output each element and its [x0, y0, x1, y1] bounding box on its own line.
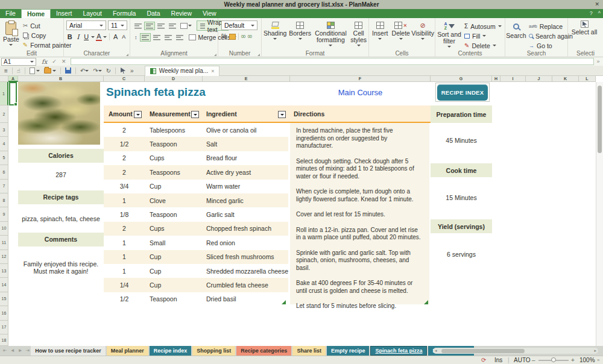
selected-cell-a1[interactable] — [9, 82, 17, 105]
document-tab-close-icon[interactable]: × — [211, 68, 214, 74]
menu-home[interactable]: Home — [21, 9, 51, 18]
sheet-tab-empty-recipe[interactable]: Empty recipe — [327, 346, 370, 356]
header-ingredient[interactable]: Ingredient — [203, 105, 290, 123]
vertical-scrollbar[interactable] — [596, 82, 603, 346]
percent-format-button[interactable]: % — [221, 33, 227, 40]
delete-cells-button[interactable]: ✕ Delete — [391, 20, 411, 40]
ingredient-row[interactable]: 1/2TeaspoonDried basil — [104, 292, 288, 306]
sort-filter-button[interactable]: AZ Sort and filter — [437, 20, 461, 50]
visibility-button[interactable]: ⊘ Visibility — [412, 20, 434, 40]
last-sheet-icon[interactable]: ⇥ — [26, 346, 30, 356]
number-format-select[interactable]: Default — [221, 20, 257, 30]
text-rotation-button[interactable]: ↕ — [133, 33, 139, 42]
undo-icon[interactable]: ↶ — [80, 66, 85, 76]
prep-time-value[interactable]: 45 Minutes — [431, 137, 492, 144]
row-header-12[interactable]: 12 — [0, 250, 8, 264]
search-again-button[interactable]: Search again — [529, 31, 573, 40]
row-header-2[interactable]: 2 — [0, 105, 8, 123]
column-header-a[interactable]: A — [8, 76, 18, 82]
ingredient-row[interactable]: 1/4CupCrumbled feta cheese — [104, 278, 288, 292]
zoom-level[interactable]: 100% — [579, 356, 595, 364]
recipe-tags-header[interactable]: Recipe tags — [18, 190, 104, 204]
sheet-tab-shopping-list[interactable]: Shopping list — [192, 346, 235, 356]
ingredient-row[interactable]: 2TablespoonsOlive or canola oil — [104, 123, 288, 137]
column-header-j[interactable]: J — [526, 76, 552, 82]
shading-button[interactable]: Shading — [263, 20, 287, 46]
sidebar-toggle-icon[interactable]: ≡ — [4, 66, 8, 76]
prev-sheet-icon[interactable]: ◄ — [10, 346, 15, 356]
column-header-k[interactable]: K — [552, 76, 579, 82]
document-tab[interactable]: Weekly meal pla... × — [145, 66, 220, 76]
ingredient-row[interactable]: 1CupShredded mozzarella cheese — [104, 264, 288, 278]
paste-button[interactable]: Paste — [3, 20, 19, 49]
borders-button[interactable]: Borders — [288, 20, 311, 46]
row-header-1[interactable]: 1 — [0, 82, 8, 105]
row-header-11[interactable]: 11 — [0, 236, 8, 249]
menu-view[interactable]: View — [197, 9, 222, 18]
row-header-9[interactable]: 9 — [0, 207, 8, 221]
ingredient-row[interactable]: 1/2TeaspoonSalt — [104, 137, 288, 151]
redo-icon[interactable]: ↷ — [93, 66, 98, 76]
align-top-button[interactable] — [133, 22, 144, 30]
recipe-category[interactable]: Main Course — [290, 88, 431, 97]
menu-file[interactable]: File — [0, 9, 21, 18]
next-sheet-icon[interactable]: ► — [18, 346, 23, 356]
character-dialog-launcher[interactable] — [126, 54, 128, 56]
column-header-h[interactable]: H — [492, 76, 500, 82]
row-header-5[interactable]: 5 — [0, 151, 8, 165]
sheet-tab-recipe-categories[interactable]: Recipe categories — [236, 346, 291, 356]
cell-name-box[interactable]: A1 — [1, 58, 36, 66]
cell-border-button[interactable] — [178, 22, 194, 30]
save-icon[interactable] — [65, 67, 71, 74]
font-name-select[interactable]: Arial — [66, 20, 106, 30]
calc-mode-indicator[interactable]: AUTO — [514, 356, 531, 364]
amount-filter-button[interactable] — [134, 111, 142, 118]
sheet-tab-recipe-index[interactable]: Recipe index — [150, 346, 192, 356]
column-header-i[interactable]: I — [500, 76, 526, 82]
sheet-tab-meal-planner[interactable]: Meal planner — [107, 346, 148, 356]
row-header-8[interactable]: 8 — [0, 193, 8, 207]
menu-formula[interactable]: Formula — [107, 9, 142, 18]
horizontal-scrollbar-thumb[interactable] — [441, 349, 525, 353]
calories-value[interactable]: 287 — [18, 171, 104, 178]
vertical-scrollbar-thumb[interactable] — [598, 86, 602, 153]
zoom-out-button[interactable]: – — [532, 356, 535, 364]
new-document-icon[interactable] — [30, 67, 35, 74]
cancel-entry-icon[interactable]: ✕ — [62, 58, 66, 64]
row-header-18[interactable]: 18 — [0, 334, 8, 346]
column-header-c[interactable]: C — [104, 76, 145, 82]
recipe-index-button[interactable]: RECIPE INDEX — [437, 84, 488, 101]
conditional-formatting-button[interactable]: Conditional formatting — [313, 20, 349, 46]
sheet-tab-share-list[interactable]: Share list — [292, 346, 326, 356]
select-all-button[interactable]: Select all — [568, 18, 601, 36]
hscroll-left-icon[interactable]: ◂ — [435, 348, 437, 354]
bold-button[interactable]: B — [66, 33, 74, 40]
header-preparation-time[interactable]: Preparation time — [431, 105, 492, 123]
menu-insert[interactable]: Insert — [51, 9, 77, 18]
row-header-14[interactable]: 14 — [0, 278, 8, 292]
window-close-icon[interactable]: ✕ — [595, 0, 599, 9]
row-header-6[interactable]: 6 — [0, 165, 8, 179]
row-header-13[interactable]: 13 — [0, 264, 8, 278]
recipe-photo[interactable] — [18, 82, 100, 145]
sheet-tab-how-to-use[interactable]: How to use recipe tracker — [31, 346, 106, 356]
formula-bar-overflow-icon[interactable]: » — [596, 58, 599, 64]
calories-header[interactable]: Calories — [18, 149, 104, 163]
redo-caret-icon[interactable] — [98, 70, 102, 72]
align-bottom-button[interactable] — [156, 22, 166, 30]
remove-decimal-button[interactable]: 00 — [248, 34, 252, 39]
recipe-title[interactable]: Spinach feta pizza — [106, 86, 206, 99]
directions-cell[interactable]: In bread machine, place the first five i… — [290, 123, 429, 304]
alignment-dialog-launcher[interactable] — [214, 54, 216, 56]
hscroll-right-icon[interactable]: ▸ — [594, 348, 596, 354]
undo-caret-icon[interactable] — [85, 70, 89, 72]
row-header-10[interactable]: 10 — [0, 222, 8, 236]
comments-value[interactable]: Family enjoyed this recipe. Must make it… — [18, 260, 104, 275]
row-header-16[interactable]: 16 — [0, 306, 8, 320]
ingredient-row[interactable]: 2TeaspoonsActive dry yeast — [104, 165, 288, 179]
ingredient-filter-button[interactable] — [278, 111, 286, 118]
ingredient-row[interactable]: 2CupsChopped fresh spinach — [104, 222, 288, 236]
menu-data[interactable]: Data — [141, 9, 165, 18]
cook-time-header[interactable]: Cook time — [431, 163, 492, 177]
align-center-button[interactable] — [151, 33, 162, 42]
